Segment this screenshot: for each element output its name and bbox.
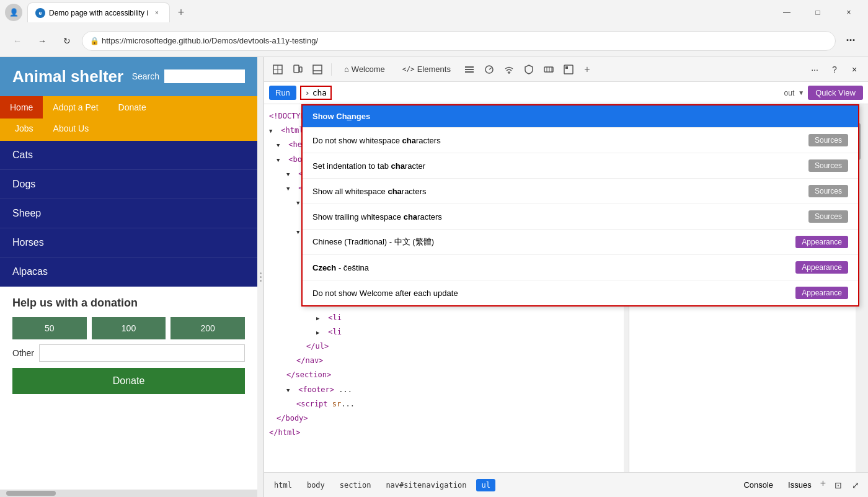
address-bar: ← → ↻ 🔒 https://microsoftedge.github.io/… (0, 25, 868, 57)
dropdown-item-no-welcome[interactable]: Do not show Welcome after each update Ap… (303, 280, 858, 305)
tab-elements[interactable]: </> Elements (395, 61, 458, 78)
amount-50[interactable]: 50 (12, 317, 87, 339)
scroll-thumb-h[interactable] (6, 491, 56, 496)
wifi-icon[interactable] (500, 61, 518, 78)
nav-jobs[interactable]: Jobs (5, 121, 43, 136)
application-icon[interactable] (560, 61, 577, 78)
more-button[interactable]: ··· (841, 31, 861, 51)
svg-rect-4 (299, 67, 302, 72)
dropdown-item-czech[interactable]: Czech - češtinа Appearance (303, 255, 858, 280)
drawer-icon[interactable] (309, 61, 326, 78)
bottom-icons: ⊡ ⤢ (831, 478, 863, 493)
tab-welcome[interactable]: ⌂ Welcome (337, 61, 392, 78)
toggle-li4[interactable] (316, 312, 324, 324)
dock-icon[interactable]: ⊡ (831, 478, 846, 493)
other-amount-input[interactable] (39, 344, 245, 362)
animal-dogs[interactable]: Dogs (0, 170, 257, 199)
animal-cats[interactable]: Cats (0, 141, 257, 170)
donate-button[interactable]: Donate (12, 368, 245, 394)
other-row: Other (12, 344, 245, 362)
breadcrumb-nav[interactable]: nav#sitenavigation (381, 479, 471, 491)
animal-horses[interactable]: Horses (0, 228, 257, 257)
add-console-tab[interactable]: + (820, 478, 826, 492)
devtools-close[interactable]: × (846, 61, 863, 78)
breadcrumb-section[interactable]: section (335, 479, 376, 491)
toggle-body[interactable] (277, 154, 284, 166)
profile-icon[interactable]: 👤 (5, 4, 22, 21)
html-line: </html> (267, 426, 621, 440)
dropdown-item-no-whitespace[interactable]: Do not show whitespace characters Source… (303, 128, 858, 153)
run-button[interactable]: Run (269, 86, 296, 100)
appearance-badge-3: Appearance (795, 287, 848, 299)
tab-close-button[interactable]: × (152, 8, 162, 18)
breadcrumb-html[interactable]: html (269, 479, 297, 491)
tab-bar: e Demo page with accessibility issu × + (27, 2, 768, 22)
dropdown-item-indent-tab[interactable]: Set indentation to tab character Sources (303, 153, 858, 179)
dropdown-item-trailing-whitespace[interactable]: Show trailing whitespace characters Sour… (303, 204, 858, 230)
html-line: <footer> ... (267, 383, 621, 397)
address-input[interactable]: 🔒 https://microsoftedge.github.io/Demos/… (82, 31, 836, 51)
devtools-more[interactable]: ··· (806, 61, 823, 78)
animal-list: Cats Dogs Sheep Horses Alpacas (0, 141, 257, 287)
maximize-button[interactable]: □ (804, 2, 832, 22)
toggle-li5[interactable] (316, 326, 324, 338)
out-label: out (784, 89, 795, 97)
memory-icon[interactable] (540, 61, 557, 78)
main-area: Animal shelter Search Home Adopt a Pet D… (0, 57, 868, 497)
tab-console[interactable]: Console (737, 478, 779, 492)
tab-issues[interactable]: Issues (782, 478, 818, 492)
toggle-head[interactable] (277, 139, 284, 151)
trailing-whitespace-text: Show trailing whitespace characters (312, 212, 808, 222)
site-title: Animal shelter (12, 67, 123, 86)
horizontal-scrollbar[interactable] (0, 490, 257, 497)
amount-200[interactable]: 200 (170, 317, 245, 339)
no-welcome-text: Do not show Welcome after each update (312, 289, 795, 298)
nav-adopt[interactable]: Adopt a Pet (43, 96, 108, 119)
tab-title: Demo page with accessibility issu (49, 9, 148, 17)
network-icon[interactable] (461, 61, 478, 78)
reload-button[interactable]: ↻ (57, 31, 77, 51)
close-button[interactable]: × (835, 2, 863, 22)
back-button[interactable]: ← (7, 31, 27, 51)
no-whitespace-text: Do not show whitespace characters (312, 136, 808, 145)
sources-badge-4: Sources (808, 210, 848, 223)
add-panel-button[interactable]: + (580, 62, 595, 77)
new-tab-button[interactable]: + (172, 4, 190, 21)
dropdown-item-show-changes[interactable]: Show Changes (303, 105, 858, 128)
forward-button[interactable]: → (32, 31, 52, 51)
inspect-icon[interactable] (269, 61, 286, 78)
html-line: <script sr... (267, 397, 621, 411)
device-icon[interactable] (289, 61, 306, 78)
search-input[interactable] (164, 69, 245, 83)
breadcrumb-body[interactable]: body (302, 479, 330, 491)
quick-view-button[interactable]: Quick View (808, 86, 863, 100)
nav-donate[interactable]: Donate (108, 96, 156, 119)
command-text[interactable]: cha (312, 88, 327, 97)
appearance-badge-2: Appearance (795, 261, 848, 274)
command-input-wrapper[interactable]: › cha (300, 86, 332, 100)
amount-100[interactable]: 100 (92, 317, 166, 339)
toggle-html[interactable] (269, 125, 277, 137)
breadcrumb-ul[interactable]: ul (476, 479, 495, 491)
security-icon[interactable] (520, 61, 538, 78)
dropdown-item-chinese[interactable]: Chinese (Traditional) - 中文 (繁體) Appearan… (303, 230, 858, 255)
minimize-button[interactable]: — (773, 2, 801, 22)
toggle-footer[interactable] (286, 384, 294, 396)
nav-about[interactable]: About Us (43, 121, 99, 136)
lock-icon: 🔒 (90, 37, 99, 45)
performance-icon[interactable] (480, 61, 498, 78)
nav-home[interactable]: Home (0, 96, 43, 119)
dropdown-item-all-whitespace[interactable]: Show all whitespace characters Sources (303, 179, 858, 204)
resize-handle[interactable] (257, 57, 264, 497)
sub-nav: Jobs About Us (0, 119, 257, 141)
animal-sheep[interactable]: Sheep (0, 199, 257, 228)
expand-icon[interactable]: ⤢ (848, 478, 863, 493)
toggle-header[interactable] (286, 168, 294, 180)
toggle-section[interactable] (286, 182, 294, 194)
active-tab[interactable]: e Demo page with accessibility issu × (27, 2, 170, 22)
window-controls: — □ × (773, 2, 863, 22)
devtools-help[interactable]: ? (826, 61, 843, 78)
show-changes-text: Show Changes (312, 112, 848, 121)
chinese-text: Chinese (Traditional) - 中文 (繁體) (312, 236, 795, 248)
animal-alpacas[interactable]: Alpacas (0, 257, 257, 287)
